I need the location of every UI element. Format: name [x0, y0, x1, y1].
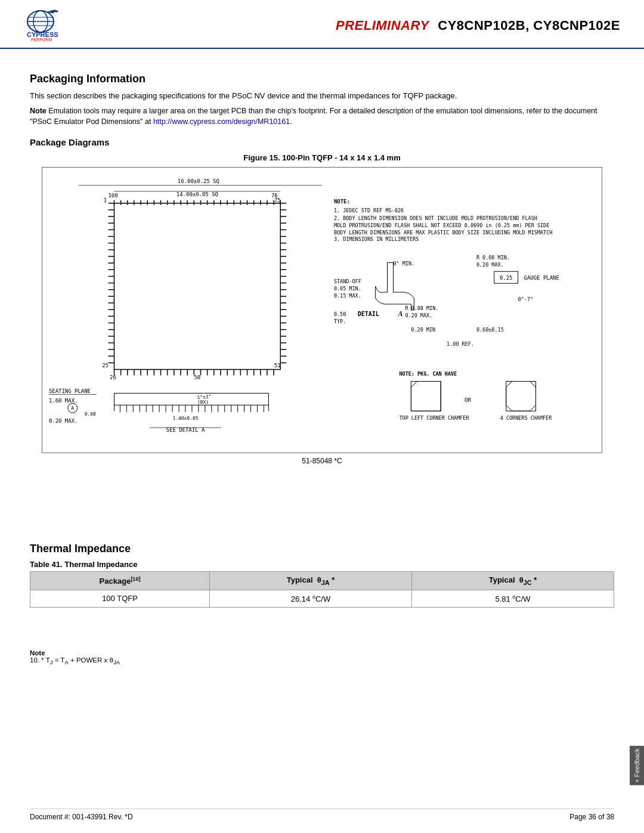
footer-note-label: Note [30, 649, 45, 657]
page-header: CYPRESS PERFORM PRELIMINARY CY8CNP102B, … [0, 0, 644, 49]
table-header-row: Package[10] Typical θJA * Typical θJC * [30, 572, 614, 590]
table-row: 100 TQFP 26.14 oC/W 5.81 oC/W [30, 590, 614, 607]
chip-title: CY8CNP102B, CY8CNP102E [438, 18, 620, 33]
col-header-theta-jc: Typical θJC * [412, 572, 614, 590]
svg-text:0.15 MAX.: 0.15 MAX. [334, 293, 361, 299]
col-header-package: Package[10] [30, 572, 210, 590]
note-text: Emulation tools may require a larger are… [30, 107, 597, 126]
svg-text:0.05 MIN.: 0.05 MIN. [334, 286, 361, 292]
svg-text:0.20 MAX.: 0.20 MAX. [405, 312, 432, 318]
svg-text:BODY LENGTH DIMENSIONS ARE MAX: BODY LENGTH DIMENSIONS ARE MAX PLASTIC B… [334, 230, 552, 236]
part-number: 51-85048 *C [30, 457, 614, 465]
svg-text:NOTE: PKG. CAN HAVE: NOTE: PKG. CAN HAVE [399, 371, 457, 377]
svg-text:GAUGE PLANE: GAUGE PLANE [524, 275, 559, 281]
packaging-section-title: Packaging Information [30, 73, 614, 85]
svg-text:DETAIL: DETAIL [358, 311, 379, 317]
svg-text:76: 76 [271, 193, 278, 199]
svg-text:0.50: 0.50 [334, 311, 346, 317]
thermal-impedance-table: Package[10] Typical θJA * Typical θJC * … [30, 571, 614, 608]
svg-text:51: 51 [274, 363, 281, 368]
svg-text:R 0.08 MIN.: R 0.08 MIN. [405, 305, 438, 311]
svg-text:R 0.08 MIN.: R 0.08 MIN. [476, 255, 510, 261]
svg-text:1.60 MAX.: 1.60 MAX. [49, 398, 78, 404]
svg-text:SEE DETAIL A: SEE DETAIL A [166, 427, 205, 433]
svg-text:4 CORNERS CHAMFER: 4 CORNERS CHAMFER [500, 415, 552, 421]
svg-text:1. JEDEC STD REF MS-026: 1. JEDEC STD REF MS-026 [334, 208, 404, 213]
package-diagram-svg: 1 25 26 50 51 75 100 76 16.00±0.25 SQ 14… [42, 168, 602, 453]
feedback-button[interactable]: + Feedback [630, 746, 644, 785]
svg-rect-7 [114, 203, 280, 370]
svg-text:50: 50 [194, 374, 200, 380]
figure-caption: Figure 15. 100-Pin TQFP - 14 x 14 x 1.4 … [30, 153, 614, 162]
svg-text:16.00±0.25 SQ: 16.00±0.25 SQ [178, 178, 219, 184]
svg-text:STAND-OFF: STAND-OFF [334, 278, 361, 284]
logo: CYPRESS PERFORM [24, 8, 95, 43]
main-content: Packaging Information This section descr… [0, 49, 644, 677]
svg-text:(BX): (BX) [197, 400, 209, 405]
footer-note-10: 10. * TJ = TA + POWER x θJA [30, 657, 614, 665]
col-header-theta-ja: Typical θJA * [210, 572, 412, 590]
svg-text:3. DIMENSIONS IN MILLIMETERS: 3. DIMENSIONS IN MILLIMETERS [334, 236, 419, 242]
svg-text:NOTE:: NOTE: [334, 199, 350, 205]
svg-text:1.00 REF.: 1.00 REF. [447, 341, 474, 347]
svg-text:0.08: 0.08 [85, 411, 96, 417]
page-footer: Document #: 001-43991 Rev. *D Page 36 of… [30, 809, 614, 821]
cell-package: 100 TQFP [30, 590, 210, 607]
note-link[interactable]: http://www.cypress.com/design/MR10161 [153, 117, 290, 126]
svg-text:1: 1 [104, 197, 107, 203]
footer-notes: Note 10. * TJ = TA + POWER x θJA [30, 649, 614, 665]
package-diagram: 1 25 26 50 51 75 100 76 16.00±0.25 SQ 14… [42, 167, 602, 453]
svg-text:0.20 MAX.: 0.20 MAX. [49, 418, 78, 424]
thermal-impedance-section: Thermal Impedance Table 41. Thermal Impe… [30, 543, 614, 608]
svg-text:0° MIN.: 0° MIN. [394, 261, 415, 267]
svg-text:0°-7°: 0°-7° [518, 296, 533, 302]
svg-text:0.20 MAX.: 0.20 MAX. [476, 262, 504, 268]
svg-text:0.20 MIN: 0.20 MIN [411, 327, 435, 333]
thermal-section-title: Thermal Impedance [30, 543, 614, 555]
svg-text:A: A [71, 405, 74, 411]
page-number: Page 36 of 38 [569, 813, 614, 821]
svg-text:0.60±0.15: 0.60±0.15 [476, 327, 504, 333]
svg-text:1.40±0.05: 1.40±0.05 [172, 416, 198, 421]
thermal-table-label: Table 41. Thermal Impedance [30, 560, 614, 569]
packaging-description: This section describes the packaging spe… [30, 90, 614, 102]
cypress-logo: CYPRESS PERFORM [24, 8, 89, 41]
svg-text:26: 26 [110, 374, 116, 380]
package-diagrams-title: Package Diagrams [30, 137, 614, 147]
svg-text:SEATING PLANE: SEATING PLANE [49, 388, 91, 394]
svg-rect-189 [506, 382, 536, 411]
packaging-note: Note Emulation tools may require a large… [30, 106, 614, 128]
svg-text:TOP LEFT CORNER CHAMFER: TOP LEFT CORNER CHAMFER [399, 415, 469, 421]
svg-text:A: A [397, 309, 402, 318]
svg-text:TYP.: TYP. [334, 318, 346, 324]
doc-number: Document #: 001-43991 Rev. *D [30, 813, 133, 821]
svg-text:OR: OR [465, 397, 471, 403]
svg-text:PERFORM: PERFORM [31, 38, 52, 41]
svg-text:0.25: 0.25 [500, 275, 513, 281]
svg-text:2. BODY LENGTH DIMENSION DOES : 2. BODY LENGTH DIMENSION DOES NOT INCLUD… [334, 215, 537, 221]
svg-text:25: 25 [102, 363, 109, 368]
header-title: PRELIMINARY CY8CNP102B, CY8CNP102E [95, 18, 620, 33]
preliminary-label: PRELIMINARY [336, 18, 429, 33]
note-end: . [290, 117, 292, 126]
svg-text:MOLD PROTRUSION/END FLASH SHAL: MOLD PROTRUSION/END FLASH SHALL NOT EXCE… [334, 222, 549, 228]
cell-theta-jc: 5.81 oC/W [412, 590, 614, 607]
note-bold-label: Note [30, 107, 47, 115]
svg-text:14.00±0.05 SQ: 14.00±0.05 SQ [177, 191, 218, 197]
cell-theta-ja: 26.14 oC/W [210, 590, 412, 607]
svg-rect-126 [114, 393, 268, 405]
svg-rect-187 [411, 382, 441, 411]
svg-text:100: 100 [108, 193, 117, 199]
